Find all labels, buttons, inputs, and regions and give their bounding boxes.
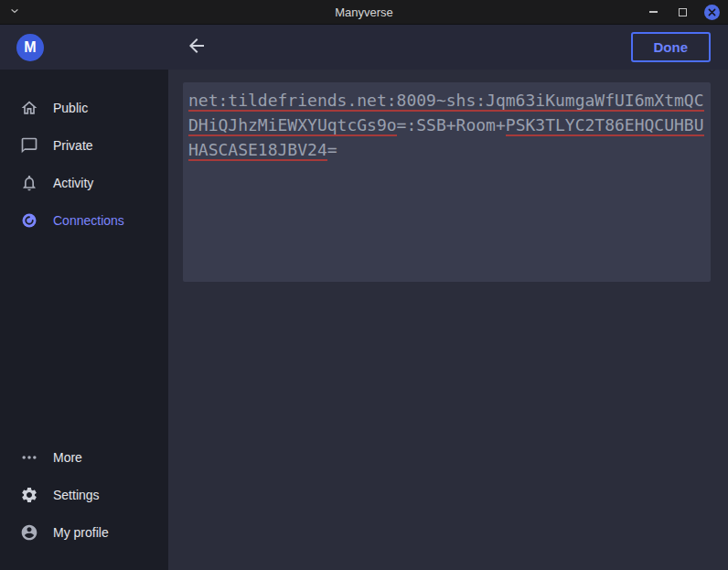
sidebar-item-label: Private (53, 138, 93, 153)
minimize-button[interactable] (645, 4, 661, 20)
back-button[interactable] (186, 35, 208, 59)
os-titlebar: Manyverse (0, 0, 728, 25)
sidebar-item-label: Settings (53, 488, 100, 502)
sidebar-item-label: More (53, 450, 82, 465)
sidebar-item-label: My profile (53, 525, 109, 540)
editor-line: DHiQJhzMiEWXYUqtcGs9o=:SSB+Room+PSK3TLYC… (188, 113, 705, 137)
more-dots-icon (19, 448, 39, 467)
invite-text-segment: =:SSB+Room+ (397, 115, 506, 134)
logo-letter: M (24, 39, 36, 56)
connections-icon (19, 211, 39, 230)
main-content: net:tildefriends.net:8009~shs:Jqm63iKumg… (168, 70, 728, 570)
invite-text-segment: net:tildefriends.net:8009~shs:Jqm63iKumg… (188, 91, 704, 112)
editor-line: net:tildefriends.net:8009~shs:Jqm63iKumg… (188, 88, 705, 113)
app-window: Manyverse M Done (0, 0, 728, 570)
app-header: M Done (0, 25, 728, 70)
chevron-down-icon (9, 4, 20, 20)
sidebar-item-private[interactable]: Private (0, 126, 168, 164)
sidebar-item-label: Connections (53, 213, 124, 228)
gear-icon (19, 486, 39, 504)
sidebar-spacer (0, 239, 168, 438)
invite-text-segment: = (327, 140, 337, 159)
home-icon (19, 99, 39, 117)
manyverse-logo: M (16, 34, 44, 61)
sidebar-item-activity[interactable]: Activity (0, 164, 168, 201)
restore-icon (679, 8, 687, 16)
chat-bubble-icon (19, 136, 39, 155)
sidebar-item-label: Public (53, 101, 88, 115)
window-controls (645, 4, 728, 20)
sidebar-item-more[interactable]: More (0, 438, 168, 476)
window-menu-button[interactable] (9, 4, 20, 20)
sidebar-item-public[interactable]: Public (0, 89, 168, 126)
close-icon (704, 5, 720, 20)
window-title: Manyverse (335, 5, 393, 19)
invite-text-segment: DHiQJhzMiEWXYUqtcGs9o (188, 115, 397, 136)
minimize-icon (649, 11, 658, 13)
restore-button[interactable] (674, 4, 691, 20)
profile-icon (19, 523, 39, 542)
sidebar-item-my-profile[interactable]: My profile (0, 513, 168, 551)
sidebar-item-label: Activity (53, 176, 93, 190)
done-button[interactable]: Done (631, 32, 712, 62)
editor-line: HASCASE18JBV24= (188, 137, 705, 162)
sidebar-item-connections[interactable]: Connections (0, 201, 168, 239)
sidebar: Public Private Activity Connections (0, 70, 168, 570)
invite-code-input[interactable]: net:tildefriends.net:8009~shs:Jqm63iKumg… (183, 82, 711, 282)
close-button[interactable] (703, 4, 720, 20)
invite-text-segment: PSK3TLYC2T86EHQCUHBU (506, 115, 704, 136)
sidebar-item-settings[interactable]: Settings (0, 476, 168, 513)
arrow-left-icon (186, 35, 208, 59)
invite-text-segment: HASCASE18JBV24 (188, 140, 327, 161)
bell-icon (19, 174, 39, 192)
